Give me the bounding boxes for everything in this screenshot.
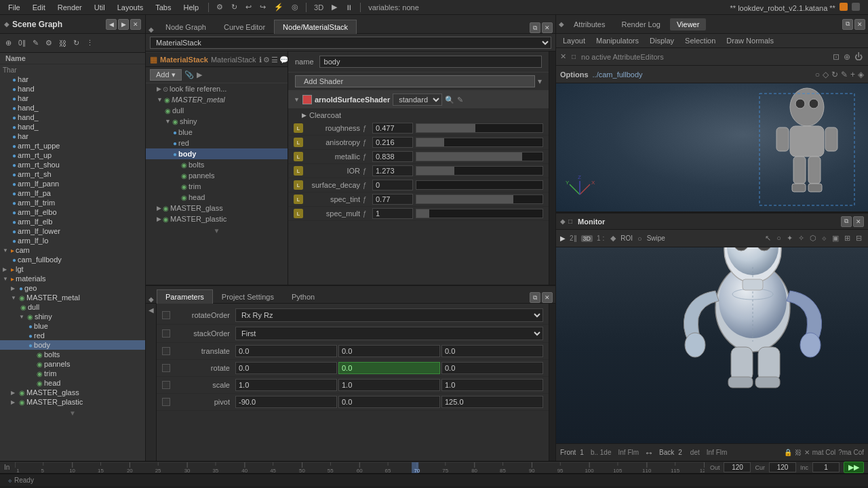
tree-hand[interactable]: ● hand	[0, 84, 145, 94]
add-material-btn[interactable]: Add ▾	[150, 69, 182, 81]
opt-icon5[interactable]: +	[850, 70, 855, 79]
opt-icon1[interactable]: ○	[815, 70, 820, 79]
tree-cam-fullbody[interactable]: ● cam_fullbody	[0, 255, 145, 264]
tab-render-log[interactable]: Render Log	[614, 18, 667, 30]
menu-edit[interactable]: Edit	[27, 2, 51, 13]
param-surface-decay-slider[interactable]	[416, 180, 543, 190]
mat-shiny[interactable]: ▼ ◉ shiny	[146, 116, 288, 127]
tree-materials[interactable]: ▼▸ materials	[0, 274, 145, 283]
subtab-layout[interactable]: Layout	[560, 35, 588, 46]
tree-head[interactable]: ◉ head	[0, 378, 145, 388]
sg-gear[interactable]: ⚙	[43, 37, 55, 49]
sg-refresh[interactable]: ↻	[71, 37, 82, 49]
opt-icon2[interactable]: ◇	[823, 70, 829, 79]
tree-arm-lf-lower[interactable]: ● arm_lf_lower	[0, 226, 145, 236]
param-roughness-lock[interactable]: L	[294, 123, 303, 133]
shader-dropdown-btn[interactable]: ▾	[538, 77, 542, 86]
param-spec-tint-lock[interactable]: L	[294, 195, 303, 204]
tab-python[interactable]: Python	[283, 289, 323, 304]
middle-close-btn[interactable]: ✕	[542, 22, 553, 33]
mat-blue[interactable]: ● blue	[146, 127, 288, 138]
monitor-arrow-right[interactable]: ▶	[560, 235, 566, 242]
tree-master-plastic[interactable]: ▶◉ MASTER_plastic	[0, 397, 145, 407]
param-ior-lock[interactable]: L	[294, 166, 303, 176]
tab-viewer[interactable]: Viewer	[670, 18, 706, 30]
params-float-btn[interactable]: ⧉	[530, 292, 540, 303]
opt-icon4[interactable]: ✎	[841, 70, 848, 79]
tree-lgt[interactable]: ▶▸ lgt	[0, 264, 145, 274]
param-spec-tint-slider[interactable]	[416, 195, 543, 204]
tree-har1[interactable]: ● har	[0, 75, 145, 84]
materialstack-dropdown[interactable]: MaterialStack	[150, 37, 551, 49]
sg-tool1[interactable]: ⊕	[3, 37, 14, 49]
mat-trim[interactable]: ◉ trim	[146, 181, 288, 192]
mat-info-icon[interactable]: ℹ	[259, 56, 262, 64]
param-translate-checkbox[interactable]	[162, 347, 170, 355]
param-spec-tint-input[interactable]	[372, 194, 413, 205]
param-rotate-order-checkbox[interactable]	[162, 311, 170, 319]
shader-search-icon[interactable]: 🔍	[445, 96, 454, 104]
param-anisotropy-input[interactable]	[372, 137, 413, 148]
refresh-icon[interactable]: ↻	[228, 1, 241, 13]
subtab-draw-normals[interactable]: Draw Normals	[724, 35, 776, 46]
menu-file[interactable]: File	[3, 2, 26, 13]
params-scrollbar[interactable]	[549, 304, 555, 461]
monitor-float-btn[interactable]: ⧉	[841, 216, 852, 227]
params-close-btn[interactable]: ✕	[542, 292, 553, 303]
pause-icon[interactable]: ⏸	[342, 2, 356, 13]
undo-icon[interactable]: ↩	[242, 1, 255, 13]
mat-master-glass[interactable]: ▶ ◉ MASTER_glass	[146, 203, 288, 214]
mat-list-icon[interactable]: ☰	[271, 56, 278, 64]
param-surface-decay-input[interactable]	[372, 180, 413, 190]
monitor-tool4[interactable]: ✧	[796, 233, 806, 243]
shader-scrollbar[interactable]	[549, 52, 555, 285]
opt-icon6[interactable]: ◈	[858, 70, 864, 79]
param-translate-y[interactable]	[338, 345, 440, 357]
param-rotate-y[interactable]	[338, 362, 440, 374]
monitor-roi-icon[interactable]: ◆	[608, 233, 618, 243]
params-collapse-arrow[interactable]: ◀	[146, 304, 157, 461]
tree-hand_3[interactable]: ● hand_	[0, 122, 145, 131]
play-button[interactable]: ▶▶	[844, 462, 864, 473]
tl-cur-input[interactable]	[769, 462, 796, 472]
monitor-tool3[interactable]: ✦	[785, 233, 795, 243]
mat-add-icon[interactable]: 📎	[184, 70, 194, 79]
mat-master-metal[interactable]: ▼ ◉ MASTER_metal	[146, 94, 288, 105]
tab-project-settings[interactable]: Project Settings	[213, 289, 283, 304]
param-pivot-y[interactable]	[338, 396, 440, 408]
name-input[interactable]	[319, 56, 542, 68]
menu-layouts[interactable]: Layouts	[112, 2, 149, 13]
panel-close-btn[interactable]: ✕	[130, 19, 141, 30]
menu-render[interactable]: Render	[52, 2, 87, 13]
mat-master-plastic[interactable]: ▶ ◉ MASTER_plastic	[146, 214, 288, 224]
mat-bolts[interactable]: ◉ bolts	[146, 159, 288, 170]
attr-checkbox[interactable]: □	[569, 53, 578, 60]
tree-arm-rt-uppe[interactable]: ● arm_rt_uppe	[0, 141, 145, 150]
param-ior-slider[interactable]	[416, 166, 543, 176]
tree-har3[interactable]: ● har	[0, 131, 145, 141]
timeline-ruler[interactable]: 1 5 10 15 20 25 30 35 40	[15, 462, 705, 473]
param-translate-z[interactable]	[441, 345, 543, 357]
shader-edit-icon[interactable]: ✎	[457, 96, 463, 104]
tree-blue[interactable]: ● blue	[0, 321, 145, 331]
tree-geo[interactable]: ▶● geo	[0, 283, 145, 293]
mat-look-file[interactable]: ▶ ⊙ look file referen...	[146, 83, 288, 94]
tree-hand_2[interactable]: ● hand_	[0, 113, 145, 122]
tree-arm-rt-sh[interactable]: ● arm_rt_sh	[0, 169, 145, 179]
plugin-icon[interactable]: ⚡	[271, 1, 287, 13]
subtab-selection[interactable]: Selection	[682, 35, 718, 46]
tree-dull[interactable]: ◉ dull	[0, 302, 145, 312]
attr-icon2[interactable]: ⊕	[842, 51, 852, 63]
param-rotate-order-select[interactable]: Rx Ry Rz	[235, 308, 543, 322]
attr-close-icon[interactable]: ✕	[560, 52, 566, 61]
param-rotate-x[interactable]	[235, 362, 337, 374]
shader-collapse-btn[interactable]: ▼	[294, 96, 300, 103]
tab-attributes[interactable]: Attributes	[567, 18, 612, 30]
param-metallic-lock[interactable]: L	[294, 152, 303, 161]
param-spec-mult-slider[interactable]	[416, 209, 543, 218]
sg-pencil[interactable]: ✎	[30, 37, 41, 49]
tree-body-selected[interactable]: ● body	[0, 340, 145, 350]
monitor-tool8[interactable]: ⊞	[842, 233, 852, 243]
tree-arm-lf-trim[interactable]: ● arm_lf_trim	[0, 198, 145, 207]
mat-dull[interactable]: ◉ dull	[146, 105, 288, 116]
